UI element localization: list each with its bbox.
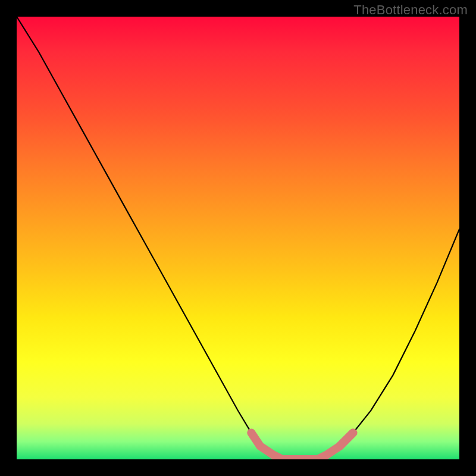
watermark-text: TheBottleneck.com (353, 2, 468, 18)
optimal-range-tail (340, 433, 353, 446)
curve-svg (17, 17, 459, 459)
bottleneck-curve (17, 17, 459, 459)
chart-frame: TheBottleneck.com (0, 0, 476, 476)
plot-area (17, 17, 459, 459)
